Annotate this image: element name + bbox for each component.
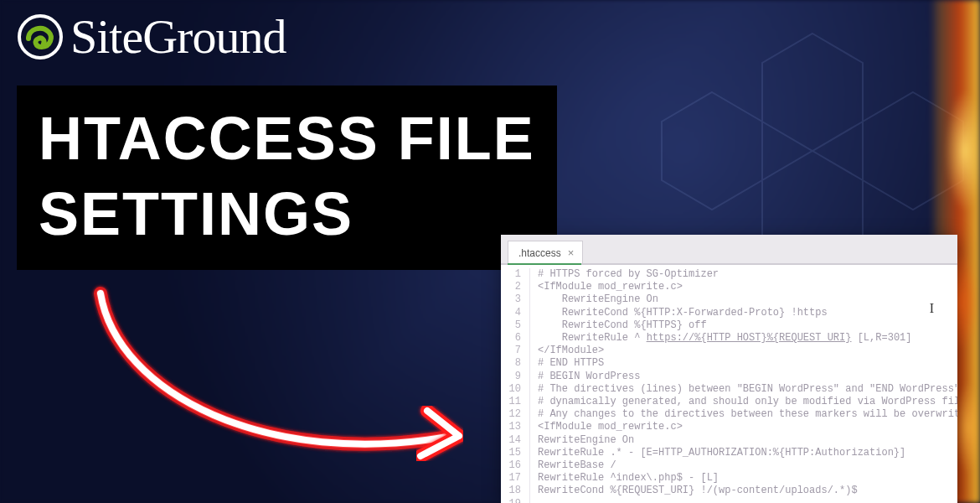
close-icon[interactable]: × xyxy=(568,246,575,259)
tab-htaccess[interactable]: .htaccess × xyxy=(508,241,583,263)
svg-marker-0 xyxy=(762,34,863,151)
headline: HTACCESS FILE SETTINGS xyxy=(17,86,557,270)
arrow-icon xyxy=(67,277,503,495)
brand-logo: SiteGround xyxy=(17,8,286,65)
editor-body[interactable]: 12345678910111213141516171819 # HTTPS fo… xyxy=(501,265,957,503)
svg-marker-2 xyxy=(662,92,762,210)
headline-line1: HTACCESS FILE xyxy=(39,101,535,176)
editor-tabbar: .htaccess × xyxy=(501,235,957,263)
brand-name: SiteGround xyxy=(70,8,286,65)
tab-label: .htaccess xyxy=(518,247,561,259)
code-content[interactable]: # HTTPS forced by SG-Optimizer<IfModule … xyxy=(538,268,957,503)
text-cursor-icon: I xyxy=(930,302,934,314)
fold-gutter xyxy=(529,268,538,503)
code-editor: .htaccess × 1234567891011121314151617181… xyxy=(501,235,957,503)
headline-line2: SETTINGS xyxy=(39,176,535,252)
siteground-swirl-icon xyxy=(17,13,64,60)
line-gutter: 12345678910111213141516171819 xyxy=(501,268,529,503)
